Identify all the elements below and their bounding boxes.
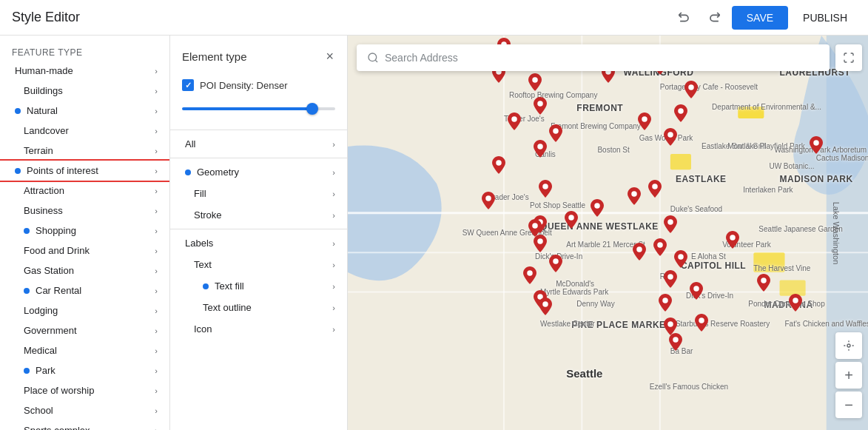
element-item-all[interactable]: All ›: [170, 133, 347, 155]
element-label: Geometry: [197, 167, 239, 178]
map-background: WALLINGFORDFREMONTEASTLAKEQUEEN ANNE WES…: [348, 36, 868, 430]
map-pin[interactable]: [508, 112, 521, 130]
sidebar-item-gas-station[interactable]: Gas Station ›: [0, 261, 169, 280]
chevron-right-icon: ›: [155, 206, 158, 215]
map-pin[interactable]: [565, 211, 578, 229]
map-pin[interactable]: [534, 140, 547, 158]
map-pin[interactable]: [539, 298, 552, 315]
sidebar-item-school[interactable]: School ›: [0, 400, 169, 420]
redo-button[interactable]: [702, 4, 726, 31]
map-pin[interactable]: [726, 231, 739, 249]
map-pin[interactable]: [549, 124, 562, 142]
chevron-right-icon: ›: [332, 211, 335, 220]
map-pin[interactable]: [638, 112, 651, 130]
map-area[interactable]: WALLINGFORDFREMONTEASTLAKEQUEEN ANNE WES…: [348, 36, 868, 430]
element-item-text[interactable]: Text ›: [170, 254, 347, 275]
element-label: Icon: [194, 323, 212, 335]
search-bar[interactable]: Search Address: [357, 44, 830, 71]
element-item-text-outline[interactable]: Text outline ›: [170, 297, 347, 318]
element-item-fill[interactable]: Fill ›: [170, 183, 347, 204]
sidebar-item-place-of-worship[interactable]: Place of worship ›: [0, 380, 169, 400]
element-item-geometry[interactable]: Geometry ›: [170, 161, 347, 183]
chevron-right-icon: ›: [155, 406, 158, 415]
map-pin[interactable]: [684, 81, 698, 98]
element-item-text-fill[interactable]: Text fill ›: [170, 275, 347, 297]
element-item-stroke[interactable]: Stroke ›: [170, 204, 347, 226]
feature-panel: Feature type Human-made › Buildings › Na…: [0, 36, 170, 430]
map-pin[interactable]: [523, 266, 536, 284]
sidebar-item-sports-complex[interactable]: Sports complex ›: [0, 420, 169, 430]
header: Style Editor SAVE PUBLISH: [0, 0, 868, 36]
poi-density-checkbox[interactable]: [182, 79, 194, 91]
sidebar-item-human-made[interactable]: Human-made ›: [0, 61, 169, 81]
feature-label: Terrain: [24, 145, 53, 156]
map-pin[interactable]: [810, 136, 823, 154]
feature-label: Natural: [27, 105, 58, 116]
map-pin[interactable]: [648, 180, 662, 198]
fullscreen-icon: [843, 52, 855, 64]
map-pin[interactable]: [664, 270, 677, 288]
sidebar-item-food-and-drink[interactable]: Food and Drink ›: [0, 241, 169, 261]
sidebar-item-medical[interactable]: Medical ›: [0, 340, 169, 360]
map-pin[interactable]: [591, 199, 604, 217]
map-pin[interactable]: [482, 192, 495, 209]
app-title: Style Editor: [12, 10, 80, 25]
element-item-labels[interactable]: Labels ›: [170, 232, 347, 254]
sidebar-item-terrain[interactable]: Terrain ›: [0, 141, 169, 161]
map-pin[interactable]: [534, 97, 547, 115]
sidebar-item-shopping[interactable]: Shopping ›: [0, 221, 169, 241]
chevron-right-icon: ›: [332, 282, 335, 291]
sidebar-item-buildings[interactable]: Buildings ›: [0, 81, 169, 101]
chevron-right-icon: ›: [155, 127, 158, 135]
element-label: All: [185, 138, 195, 150]
map-pin[interactable]: [539, 180, 552, 198]
sidebar-item-business[interactable]: Business ›: [0, 201, 169, 221]
sidebar-item-natural[interactable]: Natural ›: [0, 101, 169, 121]
main-content: Feature type Human-made › Buildings › Na…: [0, 36, 868, 430]
map-pin[interactable]: [669, 333, 682, 351]
feature-label: Gas Station: [24, 265, 74, 276]
map-pin[interactable]: [674, 104, 687, 122]
chevron-right-icon: ›: [155, 426, 158, 431]
location-button[interactable]: [835, 332, 862, 359]
map-pin[interactable]: [534, 235, 547, 252]
map-pin[interactable]: [757, 274, 770, 292]
map-pin[interactable]: [659, 294, 672, 312]
map-pin[interactable]: [653, 238, 667, 256]
chevron-right-icon: ›: [155, 107, 158, 115]
sidebar-item-park[interactable]: Park ›: [0, 360, 169, 380]
active-dot: [24, 288, 30, 294]
map-pin[interactable]: [628, 187, 641, 205]
zoom-in-button[interactable]: +: [835, 362, 862, 389]
sidebar-item-points-of-interest[interactable]: Points of interest ›: [0, 161, 169, 181]
sidebar-item-landcover[interactable]: Landcover ›: [0, 121, 169, 141]
header-actions: SAVE PUBLISH: [673, 4, 856, 31]
sidebar-item-lodging[interactable]: Lodging ›: [0, 300, 169, 320]
map-pin[interactable]: [549, 255, 562, 272]
sidebar-item-government[interactable]: Government ›: [0, 320, 169, 340]
save-button[interactable]: SAVE: [732, 6, 788, 30]
map-pin[interactable]: [528, 73, 542, 91]
map-pin[interactable]: [690, 282, 703, 300]
map-pin[interactable]: [633, 243, 646, 261]
fullscreen-button[interactable]: [835, 44, 862, 71]
map-pin[interactable]: [695, 314, 708, 332]
element-item-icon[interactable]: Icon ›: [170, 318, 347, 340]
feature-label: Points of interest: [27, 165, 98, 176]
map-pin[interactable]: [664, 128, 677, 146]
sidebar-item-attraction[interactable]: Attraction ›: [0, 181, 169, 201]
feature-label: Lodging: [24, 305, 58, 316]
feature-label: Medical: [24, 345, 57, 356]
map-pin[interactable]: [789, 294, 802, 312]
active-dot: [15, 168, 21, 174]
undo-button[interactable]: [673, 4, 696, 31]
map-pin[interactable]: [664, 215, 677, 233]
zoom-out-button[interactable]: −: [835, 392, 862, 418]
map-pin[interactable]: [674, 250, 687, 268]
sidebar-item-car-rental[interactable]: Car Rental ›: [0, 280, 169, 300]
chevron-right-icon: ›: [332, 261, 335, 269]
map-pin[interactable]: [492, 156, 505, 174]
close-button[interactable]: ×: [324, 47, 335, 66]
publish-button[interactable]: PUBLISH: [794, 6, 856, 30]
slider-thumb[interactable]: [306, 103, 318, 115]
